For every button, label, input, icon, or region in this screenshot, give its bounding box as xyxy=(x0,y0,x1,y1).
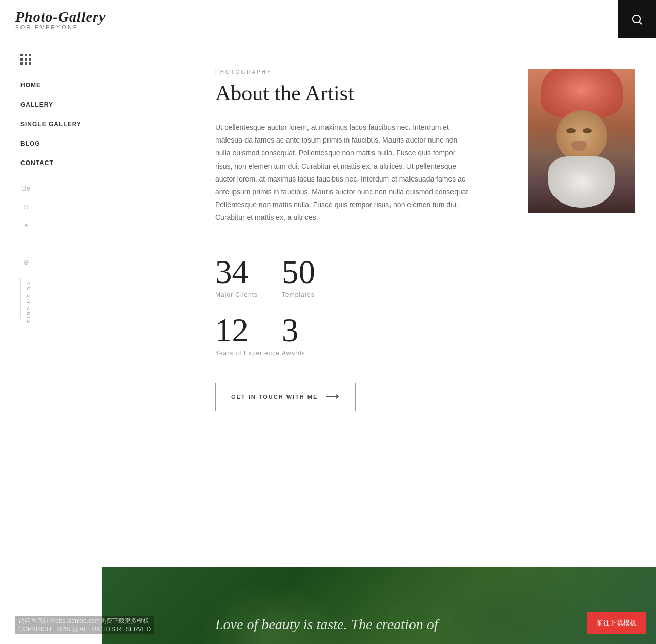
logo-sub: FOR EVERYONE xyxy=(15,24,78,30)
stat-label-awards: Awards xyxy=(282,350,348,357)
stat-number-clients: 34 xyxy=(215,255,282,289)
sidebar-item-gallery[interactable]: GALLERY xyxy=(0,94,102,114)
stat-templates: 50 Templates xyxy=(282,255,348,298)
download-button[interactable]: 前往下载模板 xyxy=(587,612,646,634)
dot xyxy=(25,58,27,61)
stat-number-awards: 3 xyxy=(282,314,348,347)
main-content: PHOTOGRAPHY About the Artist Ut pellente… xyxy=(102,38,656,644)
sidebar-item-home[interactable]: HOME xyxy=(0,75,102,94)
artist-photo xyxy=(528,69,641,218)
sidebar: HOME GALLERY SINGLE GALLERY BLOG CONTACT… xyxy=(0,38,102,644)
artist-image xyxy=(528,69,636,213)
google-icon[interactable]: ⊕ xyxy=(20,256,32,268)
top-bar: Photo-Gallery FOR EVERYONE xyxy=(0,0,656,38)
stat-number-templates: 50 xyxy=(282,255,348,289)
find-us-label: FIND US ON xyxy=(26,280,31,323)
cta-label: GET IN TOUCH WITH ME xyxy=(231,394,318,400)
behance-icon[interactable]: Bē xyxy=(20,183,32,194)
find-us-section: FIND US ON xyxy=(0,278,102,323)
svg-point-0 xyxy=(633,15,640,23)
pinterest-icon[interactable]: ← xyxy=(20,238,32,249)
nav-menu: HOME GALLERY SINGLE GALLERY BLOG CONTACT xyxy=(0,75,102,172)
arrow-right-icon: ⟶ xyxy=(325,391,340,402)
stat-label-experience: Years of Experience xyxy=(215,350,282,357)
logo-text: Photo-Gallery xyxy=(15,9,106,25)
dot xyxy=(20,58,23,61)
dot xyxy=(25,62,27,65)
stat-label-templates: Templates xyxy=(282,291,348,298)
dot xyxy=(25,54,27,56)
search-icon xyxy=(631,13,643,26)
dot xyxy=(20,54,23,56)
gallery-link[interactable]: GALLERY xyxy=(20,101,53,108)
vertical-divider xyxy=(20,278,21,319)
dot xyxy=(20,62,23,65)
about-description: Ut pellentesque auctor lorem, at maximus… xyxy=(215,121,471,225)
bottom-quote: Love of beauty is taste. The creation of xyxy=(215,616,438,633)
contact-link[interactable]: CONTACT xyxy=(20,159,54,167)
grid-menu-icon[interactable] xyxy=(0,49,102,70)
bottom-section: Love of beauty is taste. The creation of xyxy=(102,567,656,644)
sidebar-item-single-gallery[interactable]: SINGLE GALLERY xyxy=(0,114,102,133)
stats-grid: 34 Major Clients 50 Templates 12 Years o… xyxy=(215,255,615,357)
dot xyxy=(29,58,31,61)
sidebar-item-contact[interactable]: CONTACT xyxy=(0,153,102,172)
stat-experience: 12 Years of Experience xyxy=(215,314,282,357)
dot xyxy=(29,54,31,56)
dot xyxy=(29,62,31,65)
logo-area: Photo-Gallery FOR EVERYONE xyxy=(0,9,106,30)
face-shape xyxy=(556,110,607,162)
right-eye xyxy=(583,128,592,133)
stat-label-clients: Major Clients xyxy=(215,291,282,298)
stat-number-experience: 12 xyxy=(215,314,282,347)
stat-major-clients: 34 Major Clients xyxy=(215,255,282,298)
sidebar-item-blog[interactable]: BLOG xyxy=(0,133,102,153)
social-icons: Bē ⊙ ✦ ← ⊕ xyxy=(0,183,102,268)
stat-awards: 3 Awards xyxy=(282,314,348,357)
home-link[interactable]: HOME xyxy=(20,82,41,89)
beard-shape xyxy=(548,156,615,208)
blog-link[interactable]: BLOG xyxy=(20,140,40,147)
dribbble-icon[interactable]: ⊙ xyxy=(20,201,32,212)
cta-button[interactable]: GET IN TOUCH WITH ME ⟶ xyxy=(215,383,356,411)
twitter-icon[interactable]: ✦ xyxy=(20,219,32,231)
about-section: PHOTOGRAPHY About the Artist Ut pellente… xyxy=(102,38,656,567)
left-eye xyxy=(566,128,576,133)
search-button[interactable] xyxy=(618,0,656,38)
svg-line-1 xyxy=(639,22,641,24)
single-gallery-link[interactable]: SINGLE GALLERY xyxy=(20,120,81,128)
